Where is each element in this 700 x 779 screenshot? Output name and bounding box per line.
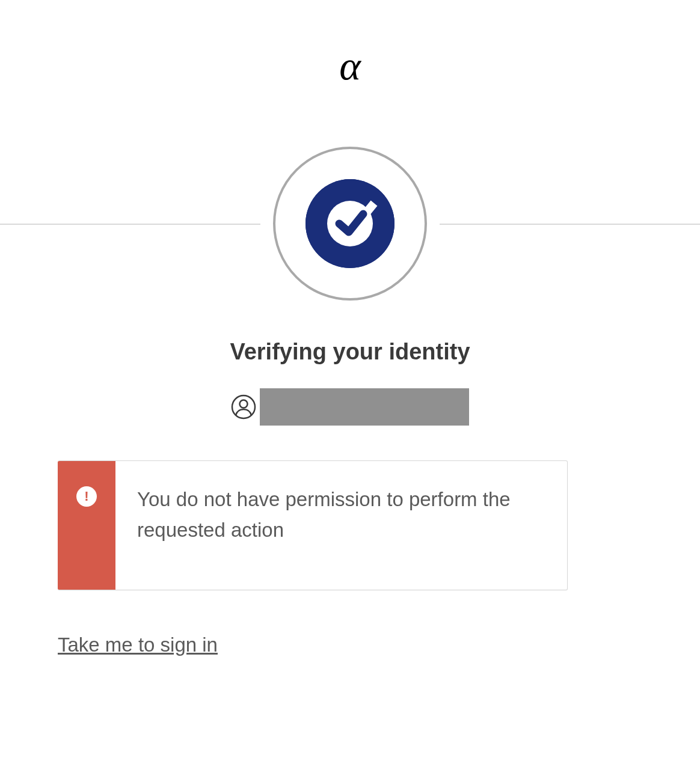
logo-area: α (0, 0, 700, 86)
alert-message: You do not have permission to perform th… (137, 484, 545, 545)
alert-accent-bar: ! (58, 461, 115, 590)
user-icon (231, 394, 256, 420)
alert-icon: ! (76, 486, 97, 507)
page-title: Verifying your identity (0, 339, 700, 365)
verification-badge (273, 147, 427, 301)
alert-body: You do not have permission to perform th… (115, 461, 567, 545)
divider-right (440, 224, 700, 225)
svg-point-3 (240, 400, 248, 408)
divider-left (0, 224, 260, 225)
badge-outer-ring (273, 147, 427, 301)
error-alert: ! You do not have permission to perform … (58, 460, 568, 590)
user-name-redacted (260, 388, 469, 426)
signin-link[interactable]: Take me to sign in (58, 634, 218, 656)
alpha-logo: α (339, 45, 361, 86)
checkmark-icon (305, 179, 395, 268)
alert-icon-glyph: ! (84, 490, 88, 503)
user-identity-row (0, 388, 700, 426)
